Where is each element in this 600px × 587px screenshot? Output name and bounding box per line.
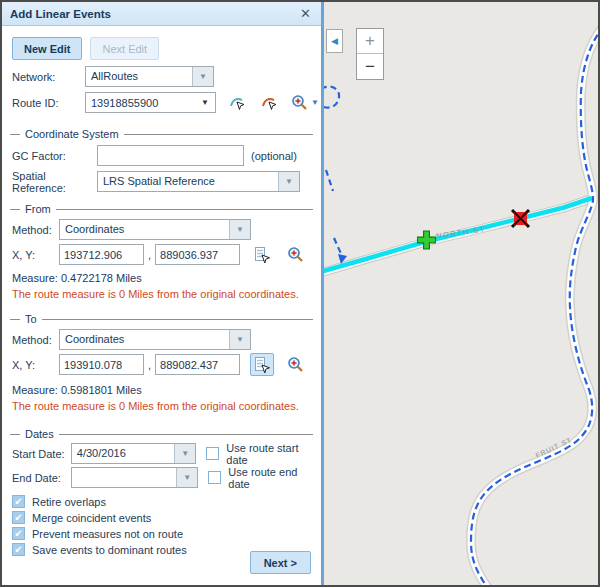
start-date-value: 4/30/2016 — [72, 444, 175, 463]
select-route-on-map-button[interactable] — [225, 91, 249, 114]
to-y-input[interactable] — [155, 354, 240, 375]
optional-hint: (optional) — [251, 150, 297, 162]
coordinate-system-section-header: Coordinate System — [10, 127, 313, 141]
spatial-reference-value: LRS Spatial Reference — [98, 172, 278, 191]
panel-title: Add Linear Events — [10, 8, 298, 20]
end-date-select[interactable]: ▼ — [71, 467, 198, 488]
to-pick-on-map-button[interactable] — [250, 353, 274, 376]
use-route-end-date-label: Use route end date — [228, 466, 321, 490]
map-graphics — [324, 2, 598, 585]
collapse-panel-button[interactable]: ◀ — [326, 29, 343, 53]
magnifier-plus-icon — [291, 94, 309, 112]
chevron-down-icon[interactable]: ▼ — [278, 172, 299, 191]
start-date-label: Start Date: — [12, 448, 71, 460]
new-edit-button[interactable]: New Edit — [12, 37, 82, 60]
route-id-combo[interactable]: 13918855900 ▼ — [85, 92, 216, 113]
app-window: Add Linear Events ✕ New Edit Next Edit N… — [0, 0, 600, 587]
chevron-down-icon[interactable]: ▼ — [229, 220, 250, 239]
to-method-label: Method: — [12, 334, 59, 346]
table-cursor-icon — [253, 356, 271, 374]
to-point-marker — [512, 210, 529, 227]
route-id-value: 13918855900 — [86, 97, 195, 109]
spatial-reference-label: Spatial Reference: — [12, 170, 97, 194]
add-linear-events-panel: Add Linear Events ✕ New Edit Next Edit N… — [2, 2, 324, 585]
dates-title: Dates — [25, 428, 54, 440]
to-method-select[interactable]: Coordinates ▼ — [59, 329, 251, 350]
from-method-label: Method: — [12, 224, 59, 236]
chevron-down-icon[interactable]: ▼ — [229, 330, 250, 349]
from-x-input[interactable] — [59, 244, 144, 265]
to-method-value: Coordinates — [60, 330, 229, 349]
chevron-down-icon[interactable]: ▼ — [174, 444, 195, 463]
magnifier-plus-icon — [287, 246, 305, 264]
spatial-reference-select[interactable]: LRS Spatial Reference ▼ — [97, 171, 300, 192]
zoom-in-button[interactable]: + — [357, 29, 383, 54]
table-cursor-icon — [253, 246, 271, 264]
start-date-select[interactable]: 4/30/2016 ▼ — [71, 443, 197, 464]
gc-factor-input[interactable] — [97, 145, 244, 166]
panel-header: Add Linear Events ✕ — [2, 2, 321, 26]
end-date-value — [72, 468, 176, 487]
chevron-down-icon[interactable]: ▼ — [311, 98, 319, 107]
from-title: From — [25, 203, 51, 215]
route-select-blue-icon — [229, 94, 246, 111]
use-route-start-date-label: Use route start date — [226, 442, 321, 466]
save-events-dominant-checkbox[interactable]: ✔ — [12, 543, 25, 556]
to-warning-text: The route measure is 0 Miles from the or… — [12, 395, 299, 416]
to-title: To — [25, 313, 37, 325]
stream-loop — [324, 87, 339, 108]
to-x-input[interactable] — [59, 354, 144, 375]
end-date-label: End Date: — [12, 472, 71, 484]
prevent-measures-label: Prevent measures not on route — [32, 528, 183, 540]
gc-factor-label: GC Factor: — [12, 150, 97, 162]
route-select-red-icon — [261, 94, 278, 111]
to-zoom-button[interactable] — [284, 353, 308, 376]
network-label: Network: — [12, 71, 85, 83]
next-edit-button: Next Edit — [90, 37, 159, 60]
from-xy-label: X, Y: — [12, 249, 59, 261]
next-button[interactable]: Next > — [250, 551, 311, 574]
from-section-header: From — [10, 202, 313, 216]
to-xy-label: X, Y: — [12, 359, 59, 371]
xy-separator: , — [144, 249, 155, 261]
retire-overlaps-label: Retire overlaps — [32, 496, 106, 508]
use-route-start-date-checkbox[interactable] — [206, 447, 219, 460]
coordinate-system-title: Coordinate System — [25, 128, 119, 140]
from-method-select[interactable]: Coordinates ▼ — [59, 219, 251, 240]
to-section-header: To — [10, 312, 313, 326]
from-pick-on-map-button[interactable] — [250, 243, 274, 266]
chevron-left-icon: ◀ — [331, 36, 338, 46]
chevron-down-icon[interactable]: ▼ — [192, 67, 213, 86]
zoom-to-route-button[interactable]: ▼ — [288, 91, 322, 114]
from-warning-text: The route measure is 0 Miles from the or… — [12, 283, 299, 304]
dates-section-header: Dates — [10, 427, 313, 441]
route-id-label: Route ID: — [12, 97, 85, 109]
from-zoom-button[interactable] — [284, 243, 308, 266]
map-canvas[interactable]: NORTH ST FRUIT ST ◀ + − — [324, 2, 598, 585]
save-events-dominant-label: Save events to dominant routes — [32, 544, 187, 556]
close-icon[interactable]: ✕ — [298, 6, 313, 21]
zoom-out-button[interactable]: − — [357, 54, 383, 79]
from-y-input[interactable] — [155, 244, 240, 265]
map-zoom-control: + − — [356, 28, 384, 80]
select-route-from-selection-button[interactable] — [257, 91, 281, 114]
chevron-down-icon[interactable]: ▼ — [195, 98, 215, 107]
from-method-value: Coordinates — [60, 220, 229, 239]
chevron-down-icon[interactable]: ▼ — [176, 468, 197, 487]
use-route-end-date-checkbox[interactable] — [208, 471, 221, 484]
network-select[interactable]: AllRoutes ▼ — [85, 66, 214, 87]
merge-coincident-events-label: Merge coincident events — [32, 512, 151, 524]
xy-separator: , — [144, 359, 155, 371]
network-value: AllRoutes — [86, 67, 192, 86]
magnifier-plus-icon — [287, 356, 305, 374]
